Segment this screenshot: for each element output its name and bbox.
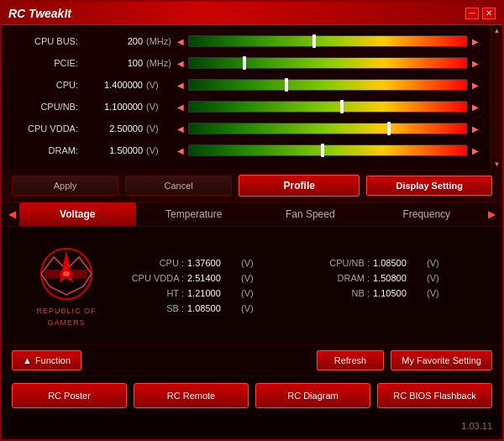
slider-right-arrow-1[interactable]: ▶ [470,59,480,68]
volt-label-left-3: SB : [129,303,184,313]
slider-row-5: DRAM: 1.50000 (V) ◀ ▶ [12,141,480,160]
sliders-section: CPU BUS: 200 (MHz) ◀ ▶ PCIE: 100 (MHz) ◀… [2,25,491,170]
slider-unit-3: (V) [146,102,176,112]
volt-value-right-2: 1.10500 [373,288,423,298]
display-setting-button[interactable]: Display Setting [366,176,492,196]
footer-buttons-row: RC PosterRC RemoteRC DiagramRC BIOS Flas… [2,375,502,415]
volt-item-left-0: CPU : 1.37600 (V) [129,256,307,270]
volt-value-left-2: 1.21000 [187,288,238,298]
slider-left-arrow-0[interactable]: ◀ [176,37,186,46]
slider-value-4: 2.50000 [83,123,146,134]
minimize-button[interactable]: ─ [465,8,479,19]
slider-left-arrow-4[interactable]: ◀ [176,124,186,134]
rog-text-line1: REPUBLIC OF [36,307,96,315]
volt-item-right-1: DRAM : 1.50800 (V) [315,271,492,285]
slider-thumb-5[interactable] [321,144,324,157]
slider-label-5: DRAM: [12,145,83,155]
slider-left-arrow-3[interactable]: ◀ [176,102,186,112]
slider-value-1: 100 [83,58,146,68]
volt-unit-left-1: (V) [241,273,254,283]
close-button[interactable]: ✕ [482,8,496,19]
apply-button[interactable]: Apply [12,176,118,196]
tabs-left-arrow[interactable]: ◀ [5,208,19,220]
slider-right-arrow-5[interactable]: ▶ [470,146,480,155]
scroll-up-button[interactable]: ▲ [494,27,501,34]
tabs-right-arrow[interactable]: ▶ [485,208,499,220]
slider-container-4: ◀ ▶ [176,123,480,134]
slider-value-2: 1.400000 [83,80,146,90]
slider-row-2: CPU: 1.400000 (V) ◀ ▶ [12,76,480,94]
svg-point-2 [63,271,70,276]
volt-label-left-1: CPU VDDA : [129,273,184,283]
footer-btn-2[interactable]: RC Diagram [255,383,370,408]
tabs-row: ◀ VoltageTemperatureFan SpeedFrequency ▶ [2,202,502,227]
version-text: 1.03.11 [461,421,492,431]
slider-right-arrow-0[interactable]: ▶ [470,37,480,46]
slider-left-arrow-2[interactable]: ◀ [176,81,186,90]
volt-label-right-1: DRAM : [315,273,370,283]
favorite-button[interactable]: My Favorite Setting [391,350,492,370]
volt-label-left-0: CPU : [129,258,184,268]
function-button[interactable]: ▲ Function [12,350,81,370]
slider-unit-4: (V) [146,123,176,134]
slider-label-3: CPU/NB: [12,102,83,112]
rog-logo-svg [29,244,104,303]
footer-btn-0[interactable]: RC Poster [12,383,127,408]
slider-unit-0: (MHz) [146,36,176,46]
scroll-down-button[interactable]: ▼ [494,160,501,168]
volt-label-right-0: CPU/NB : [315,258,370,268]
slider-container-5: ◀ ▶ [176,144,480,156]
titlebar: RC TweakIt ─ ✕ [2,2,502,25]
slider-right-arrow-4[interactable]: ▶ [470,124,480,134]
bottom-bar: ▲ Function Refresh My Favorite Setting [2,344,502,375]
slider-thumb-3[interactable] [340,100,344,113]
slider-label-4: CPU VDDA: [12,123,83,134]
slider-container-3: ◀ ▶ [176,101,480,113]
volt-value-right-1: 1.50800 [373,273,423,283]
function-label: Function [35,355,71,365]
refresh-button[interactable]: Refresh [317,350,385,370]
slider-row-1: PCIE: 100 (MHz) ◀ ▶ [12,54,480,72]
profile-button[interactable]: Profile [239,175,360,197]
slider-right-arrow-3[interactable]: ▶ [470,102,480,112]
tab-fan-speed[interactable]: Fan Speed [252,202,369,226]
tab-frequency[interactable]: Frequency [369,202,486,226]
slider-track-0[interactable] [188,35,468,47]
slider-thumb-0[interactable] [312,34,316,48]
main-window: RC TweakIt ─ ✕ CPU BUS: 200 (MHz) ◀ ▶ PC… [0,0,504,441]
slider-thumb-2[interactable] [285,78,288,92]
volt-label-left-2: HT : [129,288,184,298]
title-controls: ─ ✕ [465,8,496,19]
window-title: RC TweakIt [8,7,71,20]
slider-row-0: CPU BUS: 200 (MHz) ◀ ▶ [12,32,480,50]
content-area: REPUBLIC OF GAMERS CPU : 1.37600 (V) CPU… [2,227,502,344]
tab-voltage[interactable]: Voltage [19,202,136,226]
slider-track-2[interactable] [188,79,468,91]
volt-item-right-2: NB : 1.10500 (V) [315,286,492,300]
volt-item-left-2: HT : 1.21000 (V) [129,286,307,300]
function-arrow: ▲ [23,355,32,365]
slider-unit-1: (MHz) [146,58,176,68]
slider-track-4[interactable] [188,123,468,134]
tab-temperature[interactable]: Temperature [136,202,253,226]
slider-left-arrow-1[interactable]: ◀ [176,59,186,68]
scrollbar[interactable]: ▲ ▼ [491,25,502,170]
action-buttons-row: Apply Cancel Profile Display Setting [2,170,502,202]
slider-track-3[interactable] [188,101,468,113]
volt-item-left-3: SB : 1.08500 (V) [129,302,307,315]
slider-value-0: 200 [83,36,146,46]
slider-container-0: ◀ ▶ [176,35,480,47]
slider-track-1[interactable] [188,57,468,69]
slider-thumb-1[interactable] [243,56,246,70]
logo-area: REPUBLIC OF GAMERS [12,234,121,338]
volt-unit-left-2: (V) [241,288,254,298]
cancel-button[interactable]: Cancel [125,176,232,196]
slider-right-arrow-2[interactable]: ▶ [470,81,480,90]
slider-track-5[interactable] [188,144,468,156]
volt-unit-right-2: (V) [427,288,439,298]
slider-left-arrow-5[interactable]: ◀ [176,146,186,155]
slider-thumb-4[interactable] [387,122,391,135]
footer-btn-1[interactable]: RC Remote [134,383,249,408]
volt-unit-left-3: (V) [241,303,254,313]
footer-btn-3[interactable]: RC BIOS Flashback [377,383,492,408]
